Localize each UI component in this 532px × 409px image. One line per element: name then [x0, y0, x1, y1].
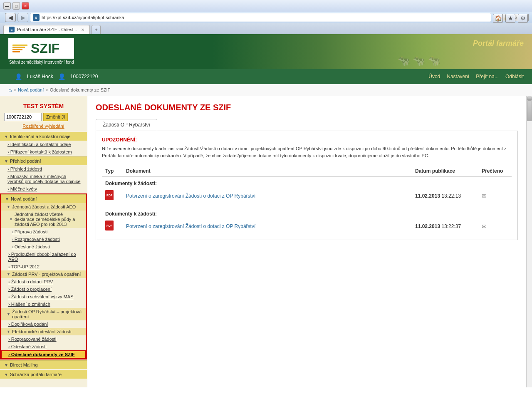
doc-link-1[interactable]: Potvrzení o zaregistrování Žádosti o dot…: [126, 193, 255, 199]
scrollbar[interactable]: [526, 96, 532, 387]
sidebar-item-mlecne-kvoty[interactable]: › Mléčné kvóty: [0, 185, 87, 193]
change-button[interactable]: Změnit JI: [43, 113, 68, 121]
nav-user-section: 👤 Lukáš Hock 👤 1000722120: [15, 73, 98, 80]
sidebar-item-hlaseni-zmenach[interactable]: › Hlášení o změnách: [1, 300, 86, 308]
breadcrumb-current: Odeslané dokumenty ze SZIF: [50, 87, 111, 92]
group-label-2: Dokumenty k žádosti:: [105, 211, 157, 217]
sidebar-sub-header-op-rybarstvi[interactable]: ▼ Žádosti OP Rybářství – projektová opat…: [1, 308, 86, 320]
sidebar-item-topup[interactable]: › TOP-UP 2012: [1, 263, 86, 270]
sidebar-item-identifikacni-kontaktni[interactable]: › Identifikační a kontaktní údaje: [0, 141, 87, 148]
nav-prejit[interactable]: Přejít na...: [476, 74, 499, 79]
sidebar-item-priprava-zadosti[interactable]: Příprava žádosti: [1, 228, 86, 235]
sidebar-sub-header-jednotna[interactable]: ▼ Jednotná žádost a žádosti AEO: [1, 203, 86, 211]
doc-link-cell-1: Potvrzení o zaregistrování Žádosti o dot…: [123, 188, 412, 203]
nav-odhlasit[interactable]: Odhlásit: [505, 74, 524, 79]
new-tab-button[interactable]: +: [92, 25, 101, 34]
arrow-icon-schranka: ▼: [4, 372, 8, 377]
site-favicon: S: [33, 14, 40, 21]
arrow-icon: ▼: [4, 134, 8, 139]
scroll-up-button[interactable]: [527, 97, 532, 100]
back-button[interactable]: ◀: [5, 13, 16, 22]
forward-button[interactable]: ▶: [17, 13, 28, 22]
col-read: Přečteno: [478, 166, 512, 177]
arrow-icon-el: ▼: [7, 330, 10, 334]
cattle-decoration: 🐄 🐄 🐄: [398, 55, 440, 67]
site-header: SZIF Státní zemědělský intervenční fond …: [0, 34, 532, 84]
settings-icon[interactable]: ⚙: [518, 14, 528, 23]
arrow-icon-dm: ▼: [4, 363, 8, 367]
sidebar-item-odeslane-el[interactable]: › Odeslané žádosti: [1, 343, 86, 350]
sidebar-section-header-dm[interactable]: ▼ Direct Mailing: [0, 360, 87, 369]
breadcrumb-home-icon[interactable]: ⌂: [8, 87, 12, 93]
col-document: Dokument: [123, 166, 412, 177]
sidebar-section-header-prehled[interactable]: ▼ Přehled podání: [0, 156, 87, 165]
scrollbar-thumb[interactable]: [527, 100, 532, 121]
stripe-4: [12, 51, 20, 52]
sidebar-item-mnozstvi-mleka[interactable]: › Množství mléka z mléčných výrobků pro …: [0, 173, 87, 185]
table-row-1: PDF Potvrzení o zaregistrování Žádosti o…: [102, 188, 512, 203]
logo-text: SZIF: [31, 41, 59, 56]
sidebar-section-nova-podani: ▼ Nová podání ▼ Jednotná žádost a žádost…: [0, 193, 87, 359]
sidebar-section-schranka: ▼ Schránka portálu farmáře: [0, 370, 87, 379]
doc-link-cell-2: Potvrzení o zaregistrování Žádosti o dot…: [123, 218, 412, 234]
address-bar-row: ◀ ▶ S https://xpf.szif.cz/irj/portal/pf/…: [0, 12, 532, 23]
sidebar-item-prodlouzeni[interactable]: › Prodloužení období zařazení do AEO: [1, 250, 86, 263]
sidebar-item-odeslane-zadosti-jz[interactable]: Odeslané žádosti: [1, 243, 86, 250]
tab-bar: S Portál farmáře SZIF - Odesl... ✕ +: [0, 23, 532, 34]
envelope-icon-2[interactable]: ✉: [482, 223, 487, 230]
user-icon: 👤: [15, 73, 22, 80]
tab-close-icon[interactable]: ✕: [81, 27, 84, 32]
sidebar-item-prehled-zadosti[interactable]: › Přehled žádostí: [0, 165, 87, 173]
sidebar-item-zadost-dotaci-prv[interactable]: › Žádost o dotaci PRV: [1, 278, 86, 285]
sidebar-id-input[interactable]: [4, 113, 42, 121]
envelope-icon-1[interactable]: ✉: [482, 193, 487, 199]
doc-type-cell-2: PDF: [102, 218, 123, 234]
browser-nav: ◀ ▶: [5, 13, 28, 22]
close-button[interactable]: ✕: [22, 2, 29, 10]
nav-uvod[interactable]: Úvod: [428, 74, 440, 79]
arrow-icon-prv: ▼: [7, 272, 10, 276]
sidebar-item-doplnkova-podani[interactable]: › Doplňková podání: [1, 320, 86, 328]
logo-stripes: [12, 45, 27, 52]
logo-area: SZIF Státní zemědělský intervenční fond: [8, 38, 74, 64]
sidebar-deeper-header-jz[interactable]: ▼ Jednotná žádost včetně deklarace zeměd…: [1, 211, 86, 228]
sidebar-sub-header-elektronicke[interactable]: ▼ Elektronické odeslání žádosti: [1, 328, 86, 335]
sidebar-item-rozpracovane-zadosti-jz[interactable]: Rozpracované žádosti: [1, 235, 86, 243]
group-header-2: Dokumenty k žádosti:: [102, 208, 512, 218]
sidebar-section-header-nova-podani[interactable]: ▼ Nová podání: [1, 194, 86, 203]
sidebar-item-zadost-proplaceni[interactable]: › Žádost o proplacení: [1, 285, 86, 293]
sidebar-sub-header-prv[interactable]: ▼ Žádosti PRV - projektová opatření: [1, 270, 86, 278]
favorites-icon[interactable]: ★: [505, 14, 515, 23]
home-icon[interactable]: 🏠: [493, 14, 503, 23]
active-tab[interactable]: S Portál farmáře SZIF - Odesl... ✕: [3, 25, 90, 34]
portal-title: Portál farmáře: [473, 39, 524, 48]
nav-nastaveni[interactable]: Nastavení: [447, 74, 469, 79]
address-bar[interactable]: S https://xpf.szif.cz/irj/portal/pf/pf-s…: [30, 13, 491, 22]
sidebar-id-row: Změnit JI: [0, 111, 87, 123]
sidebar: TEST SYSTÉM Změnit JI Rozšířené vyhledán…: [0, 96, 87, 387]
warning-text: Níže uvedené dokumenty k administraci Žá…: [102, 145, 512, 159]
sidebar-item-zadost-schvaleni[interactable]: › Žádost o schválení výzvy MAS: [1, 293, 86, 300]
nav-user-id: 1000722120: [70, 74, 98, 79]
main-layout: TEST SYSTÉM Změnit JI Rozšířené vyhledán…: [0, 96, 532, 387]
search-link[interactable]: Rozšířené vyhledání: [0, 123, 87, 131]
doc-date-cell-1: 11.02.2013 13:22:13: [412, 188, 478, 203]
doc-link-2[interactable]: Potvrzení o zaregistrování Žádosti o dot…: [126, 223, 255, 229]
content-area: ODESLANÉ DOKUMENTY ZE SZIF Žádosti OP Ry…: [87, 96, 526, 387]
sidebar-item-odeslane-dokumenty[interactable]: › Odeslané dokumenty ze SZIF: [1, 350, 86, 359]
content-tab-zadosti-op[interactable]: Žádosti OP Rybářství: [96, 119, 157, 131]
sidebar-item-rozpracovane-el[interactable]: › Rozpracované žádosti: [1, 335, 86, 343]
tab-strip: Žádosti OP Rybářství: [96, 119, 518, 131]
browser-titlebar: — □ ✕: [0, 0, 532, 12]
doc-date-1: 11.02.2013 13:22:13: [415, 193, 461, 199]
sidebar-section-header-identifikacni[interactable]: ▼ Identifikační a kontaktní údaje: [0, 132, 87, 141]
system-label: TEST SYSTÉM: [0, 100, 87, 111]
minimize-button[interactable]: —: [3, 2, 11, 10]
breadcrumb-nova-podani[interactable]: Nová podání: [18, 87, 44, 92]
arrow-icon-jz: ▼: [9, 217, 13, 221]
sidebar-section-header-schranka[interactable]: ▼ Schránka portálu farmáře: [0, 370, 87, 379]
maximize-button[interactable]: □: [12, 2, 20, 10]
stripe-1: [12, 45, 27, 46]
sidebar-item-prirazeni-kontaktu[interactable]: › Přiřazení kontaktů k žádostem: [0, 148, 87, 156]
page-title: ODESLANÉ DOKUMENTY ZE SZIF: [96, 103, 518, 112]
